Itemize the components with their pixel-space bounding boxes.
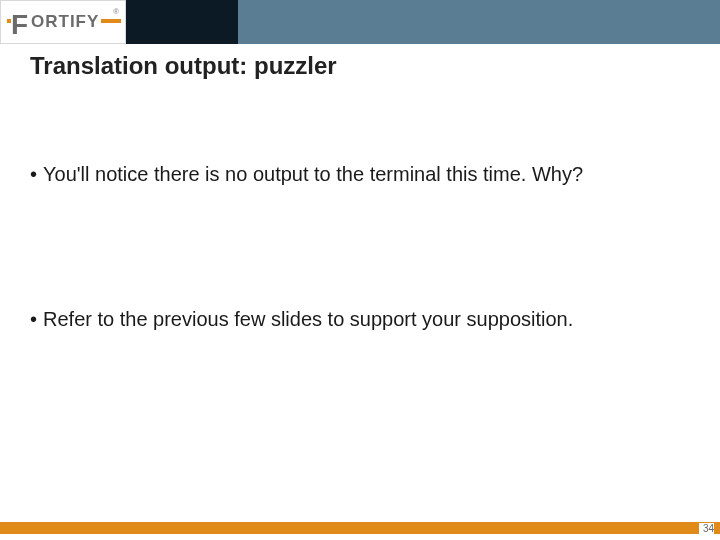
logo-rest: ORTIFY (29, 12, 101, 32)
list-item: • Refer to the previous few slides to su… (30, 307, 680, 332)
footer-bar (0, 522, 720, 534)
logo-box: F ORTIFY ® (0, 0, 126, 44)
page-title: Translation output: puzzler (30, 52, 337, 80)
list-item-text: Refer to the previous few slides to supp… (43, 307, 680, 332)
list-item: • You'll notice there is no output to th… (30, 162, 680, 187)
logo-first-letter: F (11, 9, 29, 41)
page-number: 34 (699, 523, 714, 534)
bullet-dot-icon: • (30, 307, 43, 332)
slide: F ORTIFY ® Translation output: puzzler •… (0, 0, 720, 540)
bullet-dot-icon: • (30, 162, 43, 187)
logo-registered: ® (113, 7, 119, 16)
bullet-list: • You'll notice there is no output to th… (30, 162, 680, 452)
list-item-text: You'll notice there is no output to the … (43, 162, 680, 187)
header-dark-tab (126, 0, 238, 44)
